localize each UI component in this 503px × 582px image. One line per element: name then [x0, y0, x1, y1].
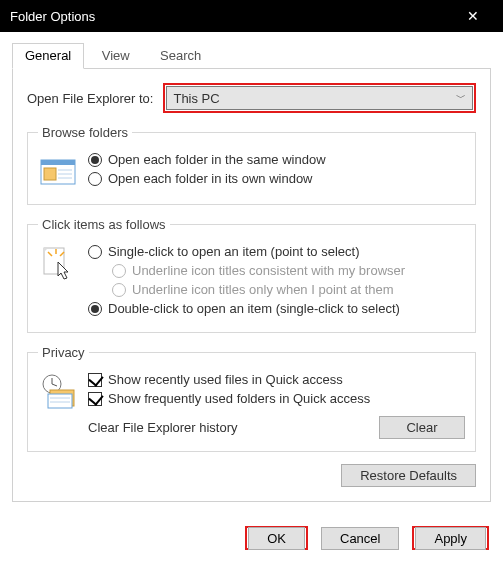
frequent-folders-label: Show frequently used folders in Quick ac… — [108, 391, 370, 406]
underline-point-label: Underline icon titles only when I point … — [132, 282, 394, 297]
browse-own-window-label: Open each folder in its own window — [108, 171, 313, 186]
checkbox-icon — [88, 373, 102, 387]
history-folder-icon — [38, 372, 78, 412]
clear-button[interactable]: Clear — [379, 416, 465, 439]
underline-consistent-label: Underline icon titles consistent with my… — [132, 263, 405, 278]
apply-highlight: Apply — [412, 526, 489, 550]
tab-panel-general: Open File Explorer to: This PC ﹀ Browse … — [12, 68, 491, 502]
open-explorer-value: This PC — [173, 91, 219, 106]
browse-folders-legend: Browse folders — [38, 125, 132, 140]
tab-strip: General View Search — [12, 42, 491, 68]
dialog-footer: OK Cancel Apply — [0, 514, 503, 562]
radio-icon — [88, 172, 102, 186]
tab-view[interactable]: View — [89, 43, 143, 69]
dialog-content: General View Search Open File Explorer t… — [0, 32, 503, 514]
radio-icon — [112, 283, 126, 297]
restore-defaults-button[interactable]: Restore Defaults — [341, 464, 476, 487]
privacy-legend: Privacy — [38, 345, 89, 360]
radio-icon — [88, 302, 102, 316]
svg-rect-15 — [48, 394, 72, 408]
recent-files-label: Show recently used files in Quick access — [108, 372, 343, 387]
click-items-legend: Click items as follows — [38, 217, 170, 232]
ok-button[interactable]: OK — [248, 527, 305, 550]
cancel-button[interactable]: Cancel — [321, 527, 399, 550]
svg-rect-2 — [44, 168, 56, 180]
browse-same-window-label: Open each folder in the same window — [108, 152, 326, 167]
tab-search[interactable]: Search — [147, 43, 214, 69]
browse-same-window-option[interactable]: Open each folder in the same window — [88, 152, 465, 167]
browse-folders-group: Browse folders Open each folder in the s… — [27, 125, 476, 205]
radio-icon — [88, 153, 102, 167]
titlebar: Folder Options ✕ — [0, 0, 503, 32]
chevron-down-icon: ﹀ — [456, 91, 466, 105]
privacy-group: Privacy Show recently used files in Quic… — [27, 345, 476, 452]
ok-highlight: OK — [245, 526, 308, 550]
single-click-label: Single-click to open an item (point to s… — [108, 244, 359, 259]
open-explorer-row: Open File Explorer to: This PC ﹀ — [27, 83, 476, 113]
click-cursor-icon — [38, 244, 78, 284]
double-click-option[interactable]: Double-click to open an item (single-cli… — [88, 301, 465, 316]
open-explorer-highlight: This PC ﹀ — [163, 83, 476, 113]
underline-point-option: Underline icon titles only when I point … — [112, 282, 465, 297]
svg-rect-1 — [41, 160, 75, 165]
clear-history-label: Clear File Explorer history — [88, 420, 379, 435]
recent-files-option[interactable]: Show recently used files in Quick access — [88, 372, 465, 387]
cancel-wrap: Cancel — [318, 526, 402, 550]
close-icon[interactable]: ✕ — [453, 8, 493, 24]
open-explorer-label: Open File Explorer to: — [27, 91, 153, 106]
window-title: Folder Options — [10, 9, 453, 24]
tab-general[interactable]: General — [12, 43, 84, 69]
frequent-folders-option[interactable]: Show frequently used folders in Quick ac… — [88, 391, 465, 406]
radio-icon — [88, 245, 102, 259]
double-click-label: Double-click to open an item (single-cli… — [108, 301, 400, 316]
single-click-option[interactable]: Single-click to open an item (point to s… — [88, 244, 465, 259]
click-items-group: Click items as follows Single-click to o… — [27, 217, 476, 333]
underline-consistent-option: Underline icon titles consistent with my… — [112, 263, 465, 278]
open-explorer-select[interactable]: This PC ﹀ — [166, 86, 473, 110]
checkbox-icon — [88, 392, 102, 406]
apply-button[interactable]: Apply — [415, 527, 486, 550]
folder-window-icon — [38, 152, 78, 192]
browse-own-window-option[interactable]: Open each folder in its own window — [88, 171, 465, 186]
radio-icon — [112, 264, 126, 278]
